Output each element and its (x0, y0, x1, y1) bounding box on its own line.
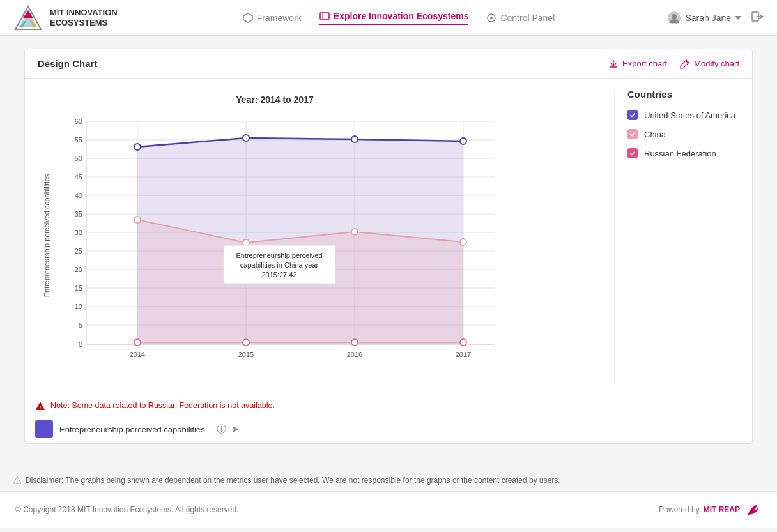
user-avatar-icon (667, 11, 681, 25)
svg-marker-5 (243, 13, 252, 22)
svg-point-58 (351, 136, 358, 142)
svg-text:2017: 2017 (456, 351, 471, 358)
svg-text:2015:27.42: 2015:27.42 (261, 271, 296, 278)
svg-text:30: 30 (75, 229, 82, 236)
svg-point-67 (460, 339, 466, 346)
edit-icon (680, 59, 690, 69)
country-china-label: China (644, 130, 666, 139)
svg-text:Year: 2014 to 2017: Year: 2014 to 2017 (236, 95, 314, 105)
design-chart-title: Design Chart (38, 58, 97, 69)
svg-text:35: 35 (75, 210, 82, 218)
export-chart-button[interactable]: Export chart (608, 59, 667, 69)
legend-row: Entrepreneurship perceived capabilities … (35, 418, 742, 438)
svg-text:2015: 2015 (238, 351, 254, 358)
svg-text:capabilities in China year: capabilities in China year (240, 261, 319, 269)
checkbox-russia[interactable] (627, 148, 638, 158)
countries-panel: Countries United States of America China (614, 89, 742, 384)
logo[interactable]: MIT INNOVATION ECOSYSTEMS (13, 5, 118, 31)
nav-control-panel[interactable]: Control Panel (486, 13, 555, 23)
svg-point-63 (460, 239, 466, 245)
svg-text:Entrepreneurship perceived: Entrepreneurship perceived (236, 252, 322, 259)
svg-point-56 (134, 144, 141, 150)
svg-point-9 (490, 17, 493, 19)
svg-text:10: 10 (75, 303, 82, 310)
country-russia-label: Russian Federation (644, 149, 716, 158)
disclaimer: ! Disclaimer: The graphs being shown are… (0, 469, 777, 491)
svg-text:!: ! (17, 479, 18, 483)
svg-text:25: 25 (75, 247, 82, 255)
mit-reap-logo-icon (744, 501, 762, 519)
framework-icon (243, 13, 253, 23)
svg-text:0: 0 (79, 340, 82, 348)
disclaimer-warning-icon: ! (13, 476, 22, 485)
country-usa: United States of America (627, 110, 742, 120)
svg-point-59 (460, 138, 466, 144)
svg-point-62 (351, 229, 358, 235)
chart-actions: Export chart Modify chart (608, 59, 739, 69)
checkbox-china[interactable] (627, 129, 638, 139)
chart-area: Year: 2014 to 2017 (35, 89, 604, 384)
chevron-down-icon (735, 16, 741, 20)
design-chart-card: Design Chart Export chart Modify chart Y (24, 49, 753, 444)
user-menu[interactable]: Sarah Jane (667, 11, 741, 25)
svg-text:40: 40 (75, 192, 82, 199)
download-icon (608, 59, 619, 69)
footer: © Copyright 2018 MIT Innovation Ecosyste… (0, 491, 777, 528)
svg-text:2016: 2016 (347, 351, 362, 358)
main-content: Design Chart Export chart Modify chart Y (12, 36, 765, 469)
navbar: MIT INNOVATION ECOSYSTEMS Framework Expl… (0, 0, 777, 36)
logout-icon (751, 10, 764, 23)
modify-chart-button[interactable]: Modify chart (680, 59, 739, 69)
countries-title: Countries (627, 89, 742, 100)
legend-label: Entrepreneurship perceived capabilities (59, 425, 205, 434)
svg-text:Entrepreneurship perceived cap: Entrepreneurship perceived capabilities (43, 174, 50, 297)
user-name: Sarah Jane (685, 13, 731, 23)
warning-note: ! Note: Some data related to Russian Fed… (35, 401, 742, 411)
info-icon[interactable]: ⓘ (217, 423, 226, 436)
explore-icon (319, 11, 330, 21)
svg-text:15: 15 (75, 284, 82, 292)
country-china: China (627, 129, 742, 139)
design-chart-header: Design Chart Export chart Modify chart (25, 49, 752, 79)
main-chart-svg: Year: 2014 to 2017 (35, 89, 514, 383)
note-area: ! Note: Some data related to Russian Fed… (25, 395, 752, 443)
mit-reap-link[interactable]: MIT REAP (704, 505, 740, 514)
svg-point-11 (672, 14, 677, 19)
nav-items: Framework Explore Innovation Ecosystems … (151, 11, 647, 25)
svg-text:2014: 2014 (130, 351, 145, 358)
legend-box (35, 420, 53, 438)
legend-icons: ⓘ ➤ (217, 423, 240, 436)
svg-text:!: ! (40, 404, 42, 411)
logo-icon (13, 5, 43, 31)
svg-text:55: 55 (75, 136, 82, 144)
country-usa-label: United States of America (644, 110, 735, 120)
svg-text:45: 45 (75, 173, 82, 181)
svg-text:20: 20 (75, 266, 82, 273)
footer-right: Powered by MIT REAP (659, 501, 762, 519)
svg-text:50: 50 (75, 155, 82, 162)
nav-explore[interactable]: Explore Innovation Ecosystems (319, 11, 469, 25)
chart-svg-container: Year: 2014 to 2017 (35, 89, 604, 384)
svg-point-57 (243, 135, 249, 141)
logo-line1: MIT INNOVATION (50, 8, 118, 18)
nav-framework[interactable]: Framework (243, 13, 302, 23)
chart-body: Year: 2014 to 2017 (25, 79, 752, 395)
svg-text:60: 60 (75, 118, 82, 125)
svg-rect-6 (320, 13, 329, 19)
logout-button[interactable] (751, 10, 764, 25)
logo-line2: ECOSYSTEMS (50, 18, 118, 28)
copyright: © Copyright 2018 MIT Innovation Ecosyste… (15, 505, 238, 514)
checkbox-usa[interactable] (627, 110, 638, 120)
nav-right: Sarah Jane (667, 10, 764, 25)
svg-text:5: 5 (79, 321, 82, 329)
control-panel-icon (486, 13, 496, 23)
country-russia: Russian Federation (627, 148, 742, 158)
svg-point-64 (134, 339, 141, 346)
warning-icon: ! (35, 401, 45, 411)
svg-point-66 (351, 339, 358, 346)
svg-point-65 (243, 339, 249, 346)
share-icon[interactable]: ➤ (231, 423, 240, 436)
svg-point-60 (134, 217, 141, 223)
